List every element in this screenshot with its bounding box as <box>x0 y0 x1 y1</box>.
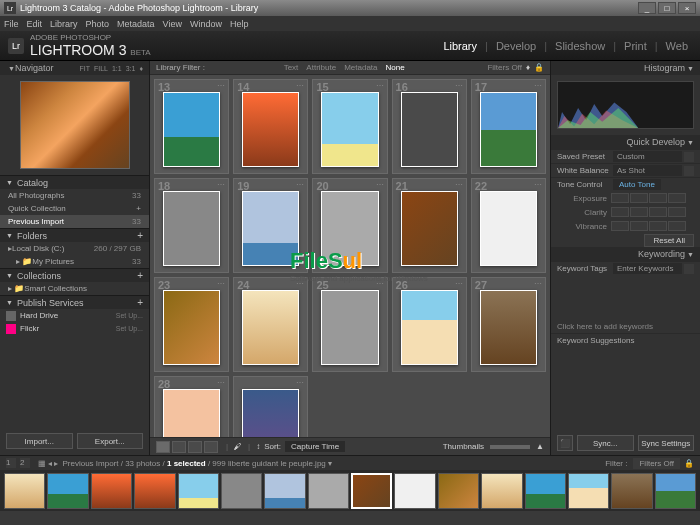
filmstrip-thumb[interactable] <box>134 473 175 509</box>
sync-button[interactable]: Sync... <box>577 435 634 451</box>
reset-all-button[interactable]: Reset All <box>644 234 694 247</box>
grid-cell[interactable]: 25⋯ <box>312 277 387 372</box>
wb-dropdown-icon[interactable] <box>684 166 694 176</box>
folders-header[interactable]: ▼Folders+ <box>0 228 149 242</box>
quickdev-header[interactable]: Quick Develop▼ <box>551 135 700 149</box>
grid-cell[interactable]: 17⋯ <box>471 79 546 174</box>
collections-header[interactable]: ▼Collections+ <box>0 268 149 282</box>
sync-switch[interactable]: ⬛ <box>557 435 573 451</box>
module-develop[interactable]: Develop <box>496 40 536 52</box>
add-keywords-link[interactable]: Click here to add keywords <box>551 320 700 333</box>
painter-icon[interactable]: 🖌 <box>234 442 242 451</box>
grid-view-icon[interactable] <box>156 441 170 453</box>
filmstrip-thumb[interactable] <box>481 473 522 509</box>
menu-photo[interactable]: Photo <box>86 19 110 29</box>
catalog-header[interactable]: ▼Catalog <box>0 175 149 189</box>
filters-off[interactable]: Filters Off <box>487 63 522 72</box>
grid-cell[interactable]: 13⋯ <box>154 79 229 174</box>
filmstrip-thumb[interactable] <box>91 473 132 509</box>
lock-icon[interactable]: 🔒 <box>534 63 544 72</box>
grid-cell[interactable]: 19⋯ <box>233 178 308 273</box>
filter-attribute[interactable]: Attribute <box>306 63 336 72</box>
grid-cell[interactable]: 24⋯ <box>233 277 308 372</box>
thumb-size-slider[interactable] <box>490 445 530 449</box>
catalog-quick[interactable]: Quick Collection+ <box>0 202 149 215</box>
menu-edit[interactable]: Edit <box>27 19 43 29</box>
histogram[interactable] <box>551 75 700 135</box>
filmstrip-thumb[interactable] <box>221 473 262 509</box>
publish-flickr[interactable]: FlickrSet Up... <box>0 322 149 335</box>
folders-mypictures[interactable]: ▸ 📁 My Pictures33 <box>0 255 149 268</box>
filmstrip-thumb[interactable] <box>264 473 305 509</box>
filmstrip-thumb[interactable] <box>47 473 88 509</box>
sort-value[interactable]: Capture Time <box>285 441 345 452</box>
grid-cell[interactable]: ⋯ <box>233 376 308 437</box>
filmstrip-thumb[interactable] <box>394 473 435 509</box>
catalog-previous[interactable]: Previous Import33 <box>0 215 149 228</box>
folders-disk[interactable]: ▸ Local Disk (C:)260 / 297 GB <box>0 242 149 255</box>
second-monitor-button[interactable]: 2 <box>20 458 30 468</box>
compare-view-icon[interactable] <box>188 441 202 453</box>
grid-cell[interactable]: 15⋯ <box>312 79 387 174</box>
module-web[interactable]: Web <box>666 40 688 52</box>
filter-none[interactable]: None <box>386 63 405 72</box>
menu-metadata[interactable]: Metadata <box>117 19 155 29</box>
menu-window[interactable]: Window <box>190 19 222 29</box>
filmstrip-thumb[interactable] <box>308 473 349 509</box>
module-library[interactable]: Library <box>443 40 477 52</box>
filmstrip-thumb[interactable] <box>655 473 696 509</box>
grid-cell[interactable]: 27⋯ <box>471 277 546 372</box>
grid-cell[interactable]: 22⋯ <box>471 178 546 273</box>
export-button[interactable]: Export... <box>77 433 144 449</box>
keyword-area[interactable] <box>557 275 694 320</box>
filmstrip-thumb[interactable] <box>568 473 609 509</box>
sort-direction-icon[interactable]: ↕ <box>256 442 260 451</box>
filmstrip-thumb[interactable] <box>525 473 566 509</box>
menu-view[interactable]: View <box>163 19 182 29</box>
grid-cell[interactable]: 20⋯ <box>312 178 387 273</box>
survey-view-icon[interactable] <box>204 441 218 453</box>
grid-cell[interactable]: 23⋯ <box>154 277 229 372</box>
filmstrip-thumb-selected[interactable] <box>351 473 392 509</box>
grid-cell[interactable]: 18⋯ <box>154 178 229 273</box>
keyword-tags-select[interactable]: Enter Keywords <box>613 263 682 274</box>
sync-settings-button[interactable]: Sync Settings <box>638 435 695 451</box>
filmstrip-thumb[interactable] <box>4 473 45 509</box>
publish-harddrive[interactable]: Hard DriveSet Up... <box>0 309 149 322</box>
navigator-preview[interactable] <box>0 75 149 175</box>
grid-cell[interactable]: 16⋯ <box>392 79 467 174</box>
histogram-header[interactable]: Histogram▼ <box>551 61 700 75</box>
catalog-all[interactable]: All Photographs33 <box>0 189 149 202</box>
module-slideshow[interactable]: Slideshow <box>555 40 605 52</box>
first-monitor-button[interactable]: 1 <box>6 458 16 468</box>
close-button[interactable]: × <box>678 2 696 14</box>
menu-help[interactable]: Help <box>230 19 249 29</box>
grid-cell[interactable]: 14⋯ <box>233 79 308 174</box>
filmstrip-filters-off[interactable]: Filters Off <box>633 458 680 469</box>
keywording-header[interactable]: Keywording▼ <box>551 247 700 261</box>
filmstrip-thumbs[interactable] <box>0 470 700 511</box>
module-print[interactable]: Print <box>624 40 647 52</box>
publish-header[interactable]: ▼Publish Services+ <box>0 295 149 309</box>
menu-file[interactable]: File <box>4 19 19 29</box>
navigator-header[interactable]: ▼ Navigator FIT FILL 1:1 3:1 ♦ <box>0 61 149 75</box>
grid-cell[interactable]: 21⋯ <box>392 178 467 273</box>
maximize-button[interactable]: □ <box>658 2 676 14</box>
filmstrip-thumb[interactable] <box>611 473 652 509</box>
menu-library[interactable]: Library <box>50 19 78 29</box>
wb-select[interactable]: As Shot <box>613 165 682 176</box>
preset-dropdown-icon[interactable] <box>684 152 694 162</box>
auto-tone-button[interactable]: Auto Tone <box>613 179 661 190</box>
filmstrip-thumb[interactable] <box>438 473 479 509</box>
loupe-view-icon[interactable] <box>172 441 186 453</box>
saved-preset-select[interactable]: Custom <box>613 151 682 162</box>
filter-text[interactable]: Text <box>284 63 299 72</box>
grid-cell[interactable]: 26⋯ <box>392 277 467 372</box>
thumbnail-grid: 13⋯ 14⋯ 15⋯ 16⋯ 17⋯ 18⋯ 19⋯ 20⋯ 21⋯ 22⋯ … <box>150 75 550 437</box>
collections-smart[interactable]: ▸ 📁 Smart Collections <box>0 282 149 295</box>
filter-metadata[interactable]: Metadata <box>344 63 377 72</box>
minimize-button[interactable]: _ <box>638 2 656 14</box>
filmstrip-thumb[interactable] <box>178 473 219 509</box>
import-button[interactable]: Import... <box>6 433 73 449</box>
grid-cell[interactable]: 28⋯ <box>154 376 229 437</box>
